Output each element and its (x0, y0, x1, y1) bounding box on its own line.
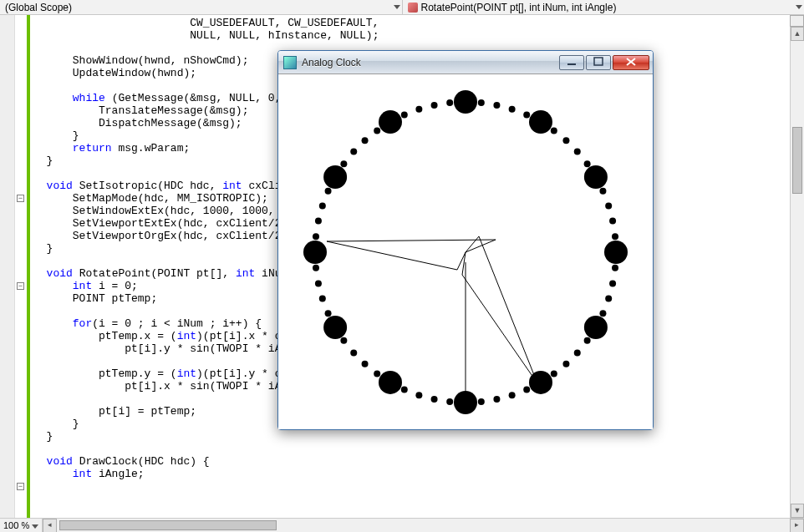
minute-mark (340, 337, 347, 344)
breakpoint-gutter[interactable] (0, 15, 15, 518)
minute-mark (609, 280, 616, 286)
outline-toggle[interactable]: − (17, 483, 24, 490)
minute-mark (315, 218, 322, 225)
outline-toggle[interactable]: − (17, 195, 24, 202)
member-dropdown[interactable]: RotatePoint(POINT pt[], int iNum, int iA… (403, 0, 805, 14)
minute-mark (325, 188, 332, 195)
minute-mark (562, 361, 569, 367)
minute-mark (574, 149, 581, 155)
horizontal-scrollbar[interactable]: ◂ ▸ (42, 519, 804, 532)
hour-mark (323, 165, 347, 189)
minute-mark (362, 137, 369, 144)
minute-mark (493, 102, 500, 109)
scroll-left-button[interactable]: ◂ (43, 519, 57, 532)
hour-mark (604, 241, 628, 264)
zoom-dropdown[interactable]: 100 % (0, 520, 42, 530)
minute-mark (612, 233, 618, 240)
minute-mark (350, 149, 357, 155)
method-icon (408, 3, 418, 13)
minute-mark (446, 99, 453, 106)
maximize-icon (593, 57, 603, 67)
analog-clock-window: Analog Clock (277, 50, 654, 430)
outline-toggle[interactable]: − (17, 282, 24, 290)
minimize-icon (567, 57, 577, 67)
scope-dropdown[interactable]: (Global Scope) (0, 0, 403, 14)
minute-mark (562, 137, 569, 144)
navigation-bar: (Global Scope) RotatePoint(POINT pt[], i… (0, 0, 804, 15)
minute-mark (599, 188, 606, 195)
minute-mark (319, 202, 326, 209)
chevron-down-icon (796, 5, 802, 9)
minute-mark (551, 371, 557, 377)
minute-mark (313, 265, 319, 271)
minute-mark (612, 265, 618, 271)
hour-mark (303, 241, 327, 264)
minute-mark (313, 233, 319, 240)
hour-mark (379, 371, 402, 394)
outline-gutter[interactable]: −−− (15, 15, 27, 518)
hour-mark (323, 316, 347, 339)
minute-mark (478, 398, 485, 405)
minute-mark (325, 310, 332, 317)
scroll-down-button[interactable]: ▼ (791, 504, 804, 518)
svg-rect-1 (594, 58, 603, 65)
minute-mark (350, 349, 357, 356)
minute-mark (584, 337, 591, 344)
hour-mark (529, 371, 552, 394)
minute-mark (401, 112, 408, 119)
minute-mark (574, 349, 581, 356)
maximize-button[interactable] (586, 55, 611, 70)
hour-mark (584, 316, 608, 339)
minimize-button[interactable] (559, 55, 584, 70)
minute-mark (374, 371, 380, 377)
minute-hand (327, 240, 496, 270)
hour-mark (529, 110, 552, 134)
minute-mark (523, 386, 530, 393)
minute-mark (509, 392, 516, 398)
hour-hand (462, 236, 537, 383)
minute-mark (478, 99, 485, 106)
minute-mark (493, 396, 500, 403)
minute-mark (362, 361, 369, 367)
member-label: RotatePoint(POINT pt[], int iNum, int iA… (421, 2, 617, 13)
scroll-right-button[interactable]: ▸ (790, 519, 804, 532)
split-handle[interactable] (790, 15, 804, 27)
chevron-down-icon (32, 524, 38, 529)
minute-mark (319, 296, 326, 302)
minute-mark (605, 296, 612, 302)
minute-mark (446, 398, 453, 405)
minute-mark (340, 160, 347, 167)
clock-face (278, 74, 653, 430)
vertical-scrollbar[interactable]: ▲ ▼ (790, 27, 804, 518)
svg-rect-0 (567, 63, 576, 65)
hour-mark (454, 90, 477, 114)
minute-mark (315, 280, 322, 286)
minute-mark (523, 112, 530, 119)
clock-client-area (278, 74, 653, 429)
scope-label: (Global Scope) (5, 2, 72, 13)
minute-mark (609, 218, 616, 225)
scroll-up-button[interactable]: ▲ (791, 27, 804, 41)
minute-mark (431, 102, 438, 109)
minute-mark (605, 202, 612, 209)
zoom-label: 100 % (3, 520, 29, 530)
minute-mark (374, 127, 380, 134)
minute-mark (401, 386, 408, 393)
scroll-thumb[interactable] (59, 520, 277, 530)
caption-buttons (557, 55, 649, 70)
minute-mark (509, 106, 516, 113)
chevron-down-icon (394, 5, 400, 9)
close-button[interactable] (613, 55, 649, 70)
hour-mark (379, 110, 402, 134)
minute-mark (599, 310, 606, 317)
window-title: Analog Clock (302, 57, 557, 68)
close-icon (625, 57, 637, 67)
editor-footer: 100 % ◂ ▸ (0, 518, 804, 532)
titlebar[interactable]: Analog Clock (278, 51, 653, 74)
app-icon (283, 56, 297, 69)
minute-mark (551, 127, 557, 134)
minute-mark (415, 392, 422, 398)
scroll-thumb[interactable] (792, 127, 802, 194)
minute-mark (431, 396, 438, 403)
hour-mark (584, 165, 608, 189)
